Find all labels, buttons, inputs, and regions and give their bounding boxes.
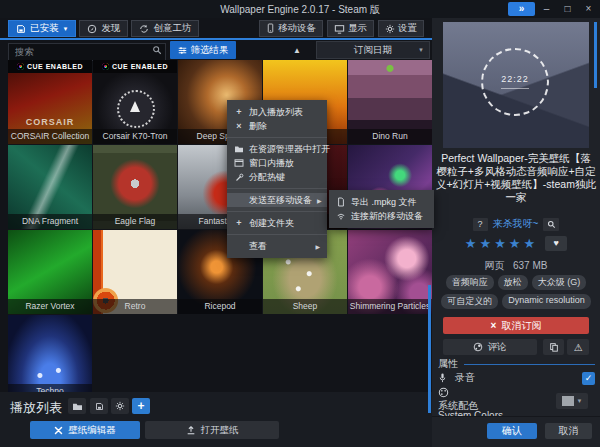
tag: 可自定义的 (441, 294, 498, 309)
wallpaper-label: Sheep (263, 299, 347, 314)
tag: 放松 (498, 275, 528, 290)
filter-results-button[interactable]: 筛选结果 (170, 41, 236, 59)
clock-overlay: 22:22 (481, 48, 549, 116)
plus-icon: + (234, 218, 244, 228)
minimize-button[interactable]: – (537, 2, 556, 16)
search-input[interactable] (8, 43, 166, 61)
copy-button[interactable] (543, 339, 565, 355)
new-playlist-button[interactable]: + (132, 398, 150, 414)
wallpaper-tile-corsair-k70-tron[interactable]: CUE ENABLED Corsair K70-Tron (93, 60, 177, 144)
menu-separator (227, 137, 327, 138)
file-icon (336, 197, 346, 207)
menu-item-send-to-mobile[interactable]: 发送至移动设备 ▶ (227, 193, 327, 207)
playlist-settings-button[interactable] (111, 398, 129, 414)
accent-divider (0, 38, 433, 40)
favorite-button[interactable]: ♥ (545, 236, 567, 251)
mobile-devices-button[interactable]: 移动设备 (259, 20, 323, 37)
star-rating[interactable]: ★★★★★ (465, 236, 538, 251)
palette-icon (438, 387, 449, 398)
wallpaper-label: Corsair K70-Tron (93, 129, 177, 144)
wallpaper-tile-dino-run[interactable]: Dino Run (348, 60, 432, 144)
chevron-down-icon: ▼ (577, 398, 583, 404)
check-icon: ✓ (585, 373, 593, 383)
menu-separator (227, 234, 327, 235)
wallpaper-editor-button[interactable]: 壁纸编辑器 (30, 421, 140, 439)
report-button[interactable]: ⚠ (567, 339, 589, 355)
menu-item-export-mpkg[interactable]: 导出 .mpkg 文件 (329, 195, 434, 209)
collapse-sidebar-button[interactable]: » (508, 2, 535, 16)
displays-button[interactable]: 显示 (327, 20, 374, 37)
steam-icon (473, 342, 483, 352)
tag-list: 音频响应 放松 大众级 (G) 可自定义的 Dynamic resolution (438, 275, 594, 309)
main-tabs: 已安装 ▼ 发现 创意工坊 (8, 20, 202, 37)
cue-enabled-badge: CUE ENABLED (93, 60, 177, 73)
menu-item-create-folder[interactable]: + 创建文件夹 (227, 216, 327, 230)
type-size-row: 网页 637 MB (432, 259, 600, 273)
maximize-button[interactable]: □ (558, 2, 577, 16)
monitor-icon (334, 24, 345, 34)
close-icon: × (234, 121, 244, 131)
wallpaper-label: Techno (8, 384, 92, 392)
save-playlist-button[interactable] (90, 398, 108, 414)
sidebar-scrollbar-thumb[interactable] (594, 22, 597, 88)
menu-item-delete[interactable]: × 删除 (227, 119, 327, 133)
wallpaper-tile-retro[interactable]: Retro (93, 230, 177, 314)
author-link[interactable]: 来杀我呀~ (493, 217, 539, 231)
grid-scrollbar-thumb[interactable] (428, 285, 431, 413)
wallpaper-label: Ricepod (178, 299, 262, 314)
author-search-button[interactable] (543, 218, 559, 231)
wallpaper-label: DNA Fragment (8, 214, 92, 229)
save-icon (95, 402, 104, 411)
wallpaper-title-text: Perfect Wallpaper-完美壁纸【落樱粒子+多风格动态音频响应+自定… (436, 152, 596, 204)
open-playlist-button[interactable] (68, 398, 86, 414)
system-color-dropdown[interactable]: ▼ (556, 393, 588, 409)
send-to-mobile-submenu: 导出 .mpkg 文件 连接新的移动设备 (329, 190, 434, 228)
wallpaper-tile-shimmering-particles[interactable]: Shimmering Particles (348, 230, 432, 314)
comment-button[interactable]: 评论 (443, 339, 537, 355)
wallpaper-tile-techno[interactable]: Techno (8, 315, 92, 392)
tag: 大众级 (G) (532, 275, 587, 290)
menu-item-view[interactable]: 查看 ▶ (227, 239, 327, 253)
save-icon (16, 24, 26, 34)
tab-discover[interactable]: 发现 (79, 20, 128, 37)
open-wallpaper-button[interactable]: 打开壁纸 (145, 421, 279, 439)
sort-direction-button[interactable]: ▲ (288, 44, 306, 57)
menu-item-assign-hotkey[interactable]: 分配热键 (227, 170, 327, 184)
confirm-button[interactable]: 确认 (487, 423, 537, 439)
wallpaper-label: Razer Vortex (8, 299, 92, 314)
tag: 音频响应 (446, 275, 494, 290)
microphone-icon (438, 372, 447, 384)
recording-checkbox[interactable]: ✓ (582, 372, 595, 385)
clock-time: 22:22 (483, 74, 547, 84)
close-button[interactable]: × (579, 2, 598, 16)
chevron-down-icon: ▼ (418, 47, 424, 53)
wallpaper-tile-eagle-flag[interactable]: Eagle Flag (93, 145, 177, 229)
search-box (8, 41, 166, 59)
settings-button[interactable]: 设置 (378, 20, 424, 37)
wallpaper-tile-razer-vortex[interactable]: Razer Vortex (8, 230, 92, 314)
context-menu: + 加入播放列表 × 删除 在资源管理器中打开 窗口内播放 分配热键 (227, 100, 327, 258)
menu-item-connect-new-mobile[interactable]: 连接新的移动设备 (329, 209, 434, 223)
wallpaper-engine-window: Wallpaper Engine 2.0.17 - Steam 版 » – □ … (0, 0, 600, 447)
heart-icon: ♥ (553, 238, 558, 248)
wallpaper-label: Dino Run (348, 129, 432, 144)
compass-icon (87, 24, 97, 34)
wifi-icon (336, 212, 346, 220)
menu-item-play-in-window[interactable]: 窗口内播放 (227, 156, 327, 170)
submenu-arrow-icon: ▶ (317, 197, 322, 204)
wallpaper-tile-dna-fragment[interactable]: DNA Fragment (8, 145, 92, 229)
sliders-icon (178, 46, 187, 55)
menu-item-add-to-playlist[interactable]: + 加入播放列表 (227, 105, 327, 119)
unsubscribe-button[interactable]: × 取消订阅 (443, 317, 589, 334)
tab-installed[interactable]: 已安装 ▼ (8, 20, 76, 37)
tab-workshop[interactable]: 创意工坊 (131, 20, 199, 37)
warning-icon: ⚠ (574, 342, 583, 353)
search-icon (152, 45, 162, 55)
menu-item-open-in-explorer[interactable]: 在资源管理器中打开 (227, 142, 327, 156)
detail-sidebar: 22:22 Perfect Wallpaper-完美壁纸【落樱粒子+多风格动态音… (432, 18, 600, 447)
sort-order-dropdown[interactable]: 订阅日期 ▼ (316, 41, 430, 59)
cancel-button[interactable]: 取消 (545, 423, 592, 439)
wallpaper-tile-corsair-collection[interactable]: CUE ENABLED CORSAIR CORSAIR Collection (8, 60, 92, 144)
rating-row: ★★★★★ ♥ (432, 236, 600, 251)
wallpaper-label: CORSAIR Collection (8, 129, 92, 144)
